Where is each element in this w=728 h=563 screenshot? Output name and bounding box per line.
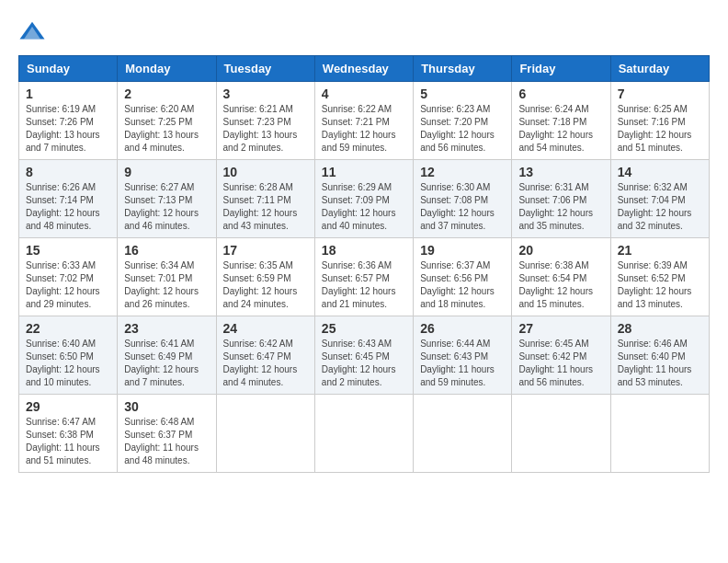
day-number: 27	[518, 321, 603, 336]
calendar-cell	[314, 395, 413, 473]
day-info: Sunrise: 6:38 AMSunset: 6:54 PMDaylight:…	[518, 259, 603, 311]
day-info: Sunrise: 6:44 AMSunset: 6:43 PMDaylight:…	[420, 338, 505, 389]
calendar-cell: 13Sunrise: 6:31 AMSunset: 7:06 PMDayligh…	[512, 160, 610, 238]
day-info: Sunrise: 6:21 AMSunset: 7:23 PMDaylight:…	[223, 103, 308, 155]
day-info: Sunrise: 6:46 AMSunset: 6:40 PMDaylight:…	[618, 338, 702, 389]
day-number: 5	[420, 86, 505, 101]
calendar-cell: 12Sunrise: 6:30 AMSunset: 7:08 PMDayligh…	[414, 160, 512, 238]
calendar-cell	[216, 395, 314, 473]
day-number: 28	[618, 321, 702, 336]
calendar-cell: 19Sunrise: 6:37 AMSunset: 6:56 PMDayligh…	[414, 238, 512, 316]
day-number: 24	[223, 321, 308, 336]
day-number: 1	[26, 86, 110, 101]
calendar-cell: 30Sunrise: 6:48 AMSunset: 6:37 PMDayligh…	[118, 395, 216, 473]
day-number: 2	[124, 86, 209, 101]
weekday-header-wednesday: Wednesday	[314, 56, 413, 82]
day-info: Sunrise: 6:43 AMSunset: 6:45 PMDaylight:…	[322, 338, 406, 389]
day-number: 10	[223, 165, 308, 179]
day-info: Sunrise: 6:33 AMSunset: 7:02 PMDaylight:…	[26, 259, 110, 311]
day-info: Sunrise: 6:25 AMSunset: 7:16 PMDaylight:…	[618, 103, 702, 155]
day-number: 19	[420, 243, 505, 258]
day-info: Sunrise: 6:29 AMSunset: 7:09 PMDaylight:…	[322, 181, 406, 233]
calendar-cell: 5Sunrise: 6:23 AMSunset: 7:20 PMDaylight…	[414, 82, 512, 160]
calendar-row: 15Sunrise: 6:33 AMSunset: 7:02 PMDayligh…	[19, 238, 710, 316]
calendar-cell: 20Sunrise: 6:38 AMSunset: 6:54 PMDayligh…	[512, 238, 610, 316]
day-number: 17	[223, 243, 308, 258]
calendar-cell: 2Sunrise: 6:20 AMSunset: 7:25 PMDaylight…	[118, 82, 216, 160]
calendar-cell: 18Sunrise: 6:36 AMSunset: 6:57 PMDayligh…	[314, 238, 413, 316]
day-number: 13	[518, 165, 603, 179]
day-info: Sunrise: 6:23 AMSunset: 7:20 PMDaylight:…	[420, 103, 505, 155]
calendar-cell: 8Sunrise: 6:26 AMSunset: 7:14 PMDaylight…	[19, 160, 118, 238]
calendar-cell: 15Sunrise: 6:33 AMSunset: 7:02 PMDayligh…	[19, 238, 118, 316]
calendar-cell: 26Sunrise: 6:44 AMSunset: 6:43 PMDayligh…	[414, 316, 512, 395]
day-number: 22	[26, 321, 110, 336]
calendar-cell: 10Sunrise: 6:28 AMSunset: 7:11 PMDayligh…	[216, 160, 314, 238]
logo	[18, 18, 50, 46]
day-info: Sunrise: 6:32 AMSunset: 7:04 PMDaylight:…	[618, 181, 702, 233]
calendar-cell: 6Sunrise: 6:24 AMSunset: 7:18 PMDaylight…	[512, 82, 610, 160]
logo-icon	[18, 18, 46, 46]
day-number: 11	[322, 165, 406, 179]
calendar-cell: 23Sunrise: 6:41 AMSunset: 6:49 PMDayligh…	[118, 316, 216, 395]
day-info: Sunrise: 6:19 AMSunset: 7:26 PMDaylight:…	[26, 103, 110, 155]
day-info: Sunrise: 6:27 AMSunset: 7:13 PMDaylight:…	[124, 181, 209, 233]
weekday-header-thursday: Thursday	[414, 56, 512, 82]
calendar-cell: 16Sunrise: 6:34 AMSunset: 7:01 PMDayligh…	[118, 238, 216, 316]
calendar-row: 29Sunrise: 6:47 AMSunset: 6:38 PMDayligh…	[19, 395, 710, 473]
calendar-row: 1Sunrise: 6:19 AMSunset: 7:26 PMDaylight…	[19, 82, 710, 160]
calendar-cell: 28Sunrise: 6:46 AMSunset: 6:40 PMDayligh…	[610, 316, 709, 395]
calendar-cell: 22Sunrise: 6:40 AMSunset: 6:50 PMDayligh…	[19, 316, 118, 395]
day-number: 26	[420, 321, 505, 336]
day-info: Sunrise: 6:47 AMSunset: 6:38 PMDaylight:…	[26, 416, 110, 467]
day-number: 18	[322, 243, 406, 258]
page-header	[18, 18, 710, 46]
calendar-cell: 25Sunrise: 6:43 AMSunset: 6:45 PMDayligh…	[314, 316, 413, 395]
weekday-header-saturday: Saturday	[610, 56, 709, 82]
day-info: Sunrise: 6:48 AMSunset: 6:37 PMDaylight:…	[124, 416, 209, 467]
day-number: 21	[618, 243, 702, 258]
day-info: Sunrise: 6:35 AMSunset: 6:59 PMDaylight:…	[223, 259, 308, 311]
day-info: Sunrise: 6:31 AMSunset: 7:06 PMDaylight:…	[518, 181, 603, 233]
day-info: Sunrise: 6:28 AMSunset: 7:11 PMDaylight:…	[223, 181, 308, 233]
day-info: Sunrise: 6:34 AMSunset: 7:01 PMDaylight:…	[124, 259, 209, 311]
day-info: Sunrise: 6:45 AMSunset: 6:42 PMDaylight:…	[518, 338, 603, 389]
calendar-header-row: SundayMondayTuesdayWednesdayThursdayFrid…	[19, 56, 710, 82]
calendar-cell: 21Sunrise: 6:39 AMSunset: 6:52 PMDayligh…	[610, 238, 709, 316]
day-info: Sunrise: 6:42 AMSunset: 6:47 PMDaylight:…	[223, 338, 308, 389]
calendar-cell	[610, 395, 709, 473]
day-number: 8	[26, 165, 110, 179]
day-info: Sunrise: 6:41 AMSunset: 6:49 PMDaylight:…	[124, 338, 209, 389]
weekday-header-friday: Friday	[512, 56, 610, 82]
calendar-table: SundayMondayTuesdayWednesdayThursdayFrid…	[18, 55, 710, 473]
day-number: 6	[518, 86, 603, 101]
calendar-cell: 24Sunrise: 6:42 AMSunset: 6:47 PMDayligh…	[216, 316, 314, 395]
calendar-cell: 17Sunrise: 6:35 AMSunset: 6:59 PMDayligh…	[216, 238, 314, 316]
calendar-cell: 14Sunrise: 6:32 AMSunset: 7:04 PMDayligh…	[610, 160, 709, 238]
day-number: 29	[26, 399, 110, 414]
calendar-row: 22Sunrise: 6:40 AMSunset: 6:50 PMDayligh…	[19, 316, 710, 395]
calendar-cell: 11Sunrise: 6:29 AMSunset: 7:09 PMDayligh…	[314, 160, 413, 238]
day-number: 20	[518, 243, 603, 258]
day-number: 30	[124, 399, 209, 414]
calendar-cell: 27Sunrise: 6:45 AMSunset: 6:42 PMDayligh…	[512, 316, 610, 395]
day-info: Sunrise: 6:40 AMSunset: 6:50 PMDaylight:…	[26, 338, 110, 389]
day-info: Sunrise: 6:36 AMSunset: 6:57 PMDaylight:…	[322, 259, 406, 311]
calendar-cell: 9Sunrise: 6:27 AMSunset: 7:13 PMDaylight…	[118, 160, 216, 238]
day-number: 4	[322, 86, 406, 101]
day-number: 12	[420, 165, 505, 179]
calendar-cell: 1Sunrise: 6:19 AMSunset: 7:26 PMDaylight…	[19, 82, 118, 160]
day-number: 3	[223, 86, 308, 101]
day-info: Sunrise: 6:30 AMSunset: 7:08 PMDaylight:…	[420, 181, 505, 233]
day-number: 14	[618, 165, 702, 179]
day-info: Sunrise: 6:26 AMSunset: 7:14 PMDaylight:…	[26, 181, 110, 233]
day-number: 7	[618, 86, 702, 101]
calendar-cell: 3Sunrise: 6:21 AMSunset: 7:23 PMDaylight…	[216, 82, 314, 160]
day-number: 23	[124, 321, 209, 336]
day-info: Sunrise: 6:39 AMSunset: 6:52 PMDaylight:…	[618, 259, 702, 311]
weekday-header-tuesday: Tuesday	[216, 56, 314, 82]
calendar-cell	[512, 395, 610, 473]
day-info: Sunrise: 6:22 AMSunset: 7:21 PMDaylight:…	[322, 103, 406, 155]
calendar-cell: 29Sunrise: 6:47 AMSunset: 6:38 PMDayligh…	[19, 395, 118, 473]
day-number: 16	[124, 243, 209, 258]
